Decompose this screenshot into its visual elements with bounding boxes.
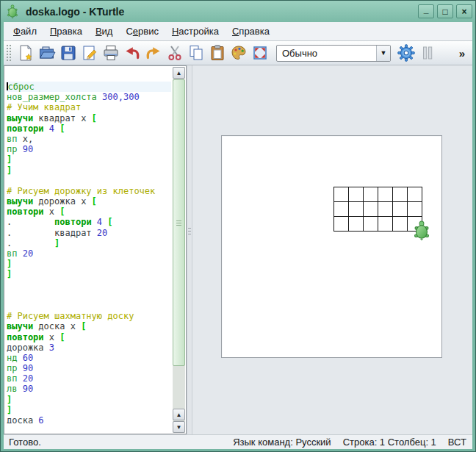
edit-file-button[interactable] — [79, 43, 100, 63]
canvas-panel — [192, 65, 472, 434]
code-editor[interactable]: сброснов_размер_холста 300,300# Учим ква… — [7, 82, 171, 423]
open-file-button[interactable] — [36, 43, 57, 63]
panel-splitter[interactable] — [187, 65, 192, 434]
chevron-down-icon[interactable]: ▼ — [376, 46, 390, 61]
splitter-handle[interactable] — [188, 228, 191, 234]
undo-icon — [123, 44, 141, 62]
copy-button[interactable] — [185, 43, 206, 63]
copy-icon — [187, 44, 205, 62]
paste-button[interactable] — [206, 43, 228, 63]
menu-help[interactable]: Справка — [226, 24, 276, 39]
scrollbar-thumb[interactable] — [173, 79, 185, 366]
menu-settings[interactable]: Настройка — [165, 24, 226, 39]
fullscreen-icon — [251, 44, 269, 62]
menu-bar: ФайлПравкаВидСервисНастройкаСправка — [4, 22, 472, 41]
grid-drawing — [333, 187, 422, 232]
window-title: doska.logo - KTurtle — [26, 6, 415, 18]
cut-icon — [166, 44, 184, 62]
save-file-icon — [60, 44, 77, 62]
palette-icon — [230, 44, 248, 62]
undo-button[interactable] — [121, 43, 143, 63]
print-icon — [102, 44, 120, 62]
main-area: сброснов_размер_холста 300,300# Учим ква… — [4, 65, 472, 434]
close-button[interactable]: × — [456, 4, 472, 18]
app-turtle-icon — [7, 4, 20, 19]
scroll-up-icon[interactable]: ▲ — [173, 67, 185, 79]
pause-button[interactable] — [416, 43, 438, 63]
fullscreen-button[interactable] — [249, 43, 270, 63]
print-button[interactable] — [100, 43, 121, 63]
menu-file[interactable]: Файл — [7, 24, 43, 39]
maximize-button[interactable]: □ — [437, 4, 453, 18]
turtle-sprite — [414, 220, 430, 240]
new-file-button[interactable] — [15, 43, 36, 63]
open-file-icon — [38, 44, 56, 62]
run-gear-icon — [397, 43, 416, 62]
status-message: Готово. — [4, 437, 233, 448]
speed-select[interactable]: Обычно ▼ — [276, 45, 391, 62]
code-editor-panel: сброснов_размер_холста 300,300# Учим ква… — [4, 65, 187, 434]
cut-button[interactable] — [164, 43, 185, 63]
edit-file-icon — [81, 44, 98, 62]
save-file-button[interactable] — [57, 43, 79, 63]
title-bar: doska.logo - KTurtle _ □ × — [4, 1, 472, 22]
colors-button[interactable] — [228, 43, 249, 63]
pause-icon — [419, 44, 436, 62]
status-language: Язык команд: Русский — [233, 437, 331, 448]
editor-scrollbar[interactable]: ▲ ▲ ▼ — [173, 67, 185, 433]
speed-select-value: Обычно — [277, 48, 376, 59]
redo-button[interactable] — [143, 43, 164, 63]
menu-edit[interactable]: Правка — [43, 24, 89, 39]
scroll-up2-icon[interactable]: ▲ — [173, 409, 185, 420]
status-bar: Готово. Язык команд: Русский Строка: 1 С… — [4, 434, 472, 449]
toolbar-overflow-button[interactable]: » — [456, 44, 468, 62]
paste-icon — [209, 44, 226, 62]
minimize-button[interactable]: _ — [418, 4, 434, 18]
redo-icon — [145, 44, 162, 62]
run-button[interactable] — [395, 43, 416, 63]
toolbar: Обычно ▼ — [4, 41, 472, 65]
scroll-down-icon[interactable]: ▼ — [173, 421, 185, 433]
status-cursor-position: Строка: 1 Столбец: 1 — [343, 437, 436, 448]
new-file-icon — [17, 44, 35, 62]
menu-tools[interactable]: Сервис — [119, 24, 165, 39]
toolbar-grip[interactable] — [5, 43, 12, 62]
turtle-canvas — [221, 135, 442, 358]
kturtle-window: doska.logo - KTurtle _ □ × ФайлПравкаВид… — [0, 0, 476, 452]
menu-view[interactable]: Вид — [89, 24, 120, 39]
status-insert-mode: ВСТ — [448, 437, 466, 448]
